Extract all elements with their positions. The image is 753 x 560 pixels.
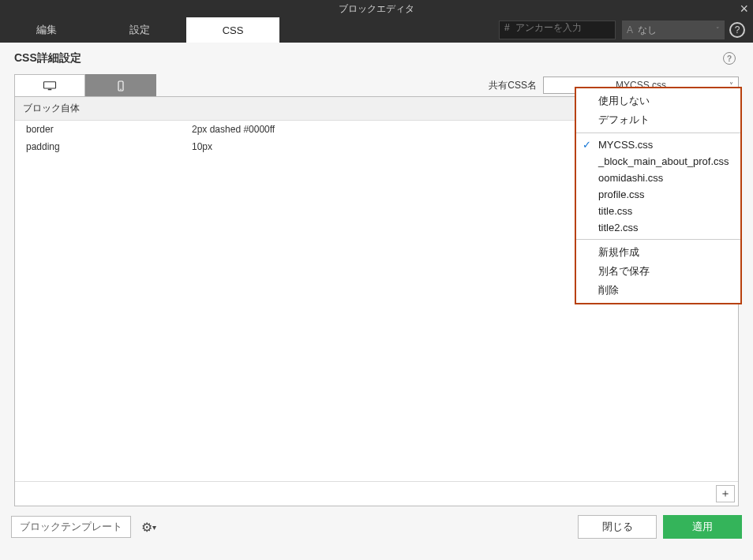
css-property-name: border: [26, 124, 192, 135]
svg-rect-0: [44, 81, 56, 88]
menu-item-css-file[interactable]: _block_main_about_prof.css: [576, 153, 740, 170]
menu-item-delete[interactable]: 削除: [576, 281, 740, 300]
device-tab-desktop[interactable]: [14, 74, 85, 96]
add-property-button[interactable]: ＋: [716, 485, 735, 502]
menu-item-css-file[interactable]: oomidashi.css: [576, 170, 740, 186]
anchor-placeholder: アンカーを入力: [515, 22, 582, 33]
menu-item-css-file[interactable]: MYCSS.css: [576, 136, 740, 153]
toolbar-dropdown-label: なし: [638, 24, 657, 37]
css-property-value: 2px dashed #0000ff: [192, 124, 275, 135]
section-help-icon[interactable]: ?: [723, 52, 736, 65]
menu-item-default[interactable]: デフォルト: [576, 110, 740, 129]
title-bar: ブロックエディタ ×: [0, 0, 753, 17]
anchor-input[interactable]: # アンカーを入力: [499, 21, 616, 39]
svg-rect-1: [48, 88, 52, 90]
gear-icon[interactable]: ⚙▾: [137, 516, 159, 538]
tab-edit[interactable]: 編集: [0, 17, 93, 43]
hash-icon: #: [504, 22, 510, 33]
css-property-value: 10px: [192, 141, 212, 152]
mobile-icon: [114, 80, 128, 91]
menu-item-save-as[interactable]: 別名で保存: [576, 262, 740, 281]
menu-item-css-file[interactable]: title.css: [576, 203, 740, 219]
apply-button[interactable]: 適用: [663, 515, 742, 539]
shared-css-label: 共有CSS名: [489, 79, 537, 92]
menu-item-new[interactable]: 新規作成: [576, 243, 740, 262]
page-subheading: CSS詳細設定: [14, 51, 81, 65]
chevron-down-icon: ˅: [716, 26, 720, 34]
help-icon[interactable]: ?: [729, 22, 745, 38]
shared-css-menu: 使用しない デフォルト MYCSS.css _block_main_about_…: [575, 87, 742, 304]
tab-settings[interactable]: 設定: [93, 17, 186, 43]
menu-item-css-file[interactable]: profile.css: [576, 186, 740, 203]
tab-css[interactable]: CSS: [186, 17, 279, 43]
page-subheading-row: CSS詳細設定 ?: [0, 43, 753, 74]
font-icon: A: [627, 24, 633, 35]
footer: ブロックテンプレート ⚙▾ 閉じる 適用: [0, 506, 753, 547]
css-property-name: padding: [26, 141, 192, 152]
main-toolbar: 編集 設定 CSS # アンカーを入力 A なし ˅ ?: [0, 17, 753, 43]
block-template-button[interactable]: ブロックテンプレート: [11, 516, 131, 538]
desktop-icon: [43, 80, 57, 91]
window-title: ブロックエディタ: [339, 2, 414, 16]
close-button[interactable]: 閉じる: [578, 515, 657, 539]
svg-point-3: [120, 88, 122, 90]
toolbar-dropdown[interactable]: A なし ˅: [622, 21, 725, 39]
menu-item-none[interactable]: 使用しない: [576, 91, 740, 110]
menu-item-css-file[interactable]: title2.css: [576, 219, 740, 236]
device-tab-mobile[interactable]: [85, 74, 156, 96]
close-icon[interactable]: ×: [740, 1, 748, 17]
